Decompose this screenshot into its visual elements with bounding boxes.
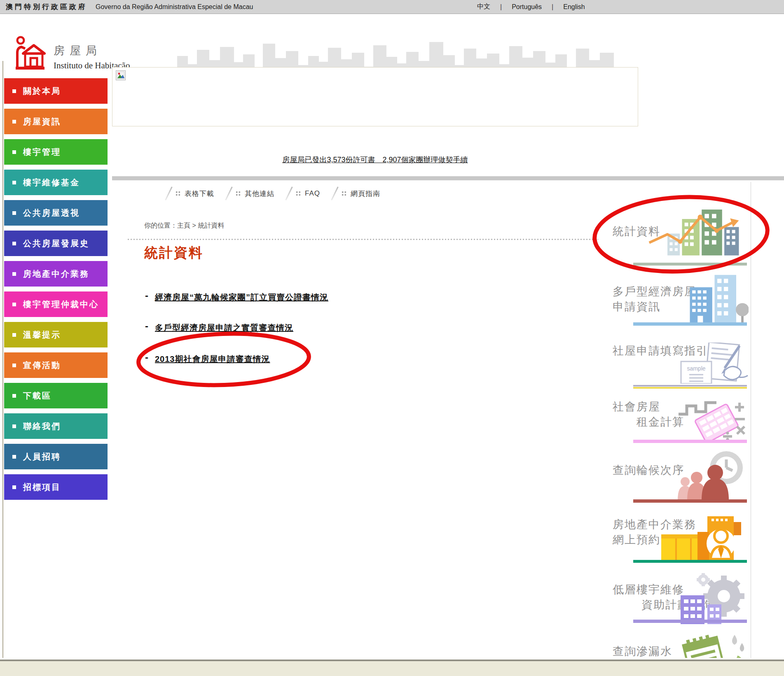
banner-box bbox=[112, 67, 638, 126]
promo-queue-status[interactable]: 查詢輪候次序 bbox=[613, 449, 749, 503]
sidebar-item-public-housing-overview[interactable]: 公共房屋透視 bbox=[4, 200, 108, 226]
tab-other-links[interactable]: 其他連結 bbox=[228, 186, 274, 201]
lang-divider: | bbox=[500, 3, 502, 11]
slash-divider-icon bbox=[285, 186, 293, 200]
page: 澳門特別行政區政府 Governo da Região Administrati… bbox=[0, 0, 784, 676]
sidebar-item-label: 公共房屋發展史 bbox=[23, 238, 89, 249]
sidebar-item-label: 樓宇管理 bbox=[23, 147, 61, 158]
breadcrumb-current: 統計資料 bbox=[198, 222, 224, 229]
bottom-window-strip bbox=[0, 658, 784, 676]
page-title: 統計資料 bbox=[144, 244, 204, 262]
promo-statistics[interactable]: 統計資料 bbox=[613, 201, 749, 266]
bullet-square-icon bbox=[12, 455, 16, 459]
sidebar-item-label: 樓宇管理仲裁中心 bbox=[23, 299, 99, 310]
breadcrumb-home-link[interactable]: 主頁 bbox=[177, 222, 190, 229]
sidebar-item-friendly-tips[interactable]: 溫馨提示 bbox=[4, 322, 108, 347]
promo-label: 申請資訊 bbox=[613, 299, 696, 315]
slash-divider-icon bbox=[225, 186, 232, 200]
promo-building-repair-subsidy[interactable]: 低層樓宇維修 資助計劃查詢 bbox=[613, 572, 749, 623]
sidebar-item-label: 樓宇維修基金 bbox=[23, 177, 80, 188]
double-colon-icon bbox=[342, 191, 346, 196]
sidebar-item-label: 下載區 bbox=[23, 390, 51, 401]
main-navigation-sidebar: 關於本局 房屋資訊 樓宇管理 樓宇維修基金 公共房屋透視 公共房屋發展史 房地產… bbox=[4, 78, 108, 505]
secondary-nav-tabs: 表格下載 其他連結 FAQ 網頁指南 bbox=[168, 185, 380, 202]
gov-title-zh: 澳門特別行政區政府 bbox=[6, 2, 87, 12]
bullet-square-icon bbox=[12, 485, 16, 489]
sidebar-item-recruitment[interactable]: 人員招聘 bbox=[4, 444, 108, 469]
sidebar-item-public-housing-history[interactable]: 公共房屋發展史 bbox=[4, 231, 108, 256]
slash-divider-icon bbox=[165, 186, 172, 200]
sidebar-item-housing-info[interactable]: 房屋資訊 bbox=[4, 109, 108, 134]
bullet-square-icon bbox=[12, 120, 16, 124]
tab-site-guide[interactable]: 網頁指南 bbox=[334, 186, 380, 201]
lang-english-link[interactable]: English bbox=[563, 3, 585, 11]
dash-bullet: - bbox=[145, 290, 148, 301]
promo-label: 社會房屋 bbox=[613, 399, 684, 415]
bullet-square-icon bbox=[12, 211, 16, 215]
sidebar-item-label: 溫馨提示 bbox=[23, 329, 61, 340]
bullet-square-icon bbox=[12, 89, 16, 93]
notice-marquee: 房屋局已發出3,573份許可書 2,907個家團辦理做契手續 bbox=[112, 155, 638, 165]
bullet-square-icon bbox=[12, 333, 16, 337]
list-item: - 多戶型經濟房屋申請之實質審查情況 bbox=[145, 321, 293, 334]
bullet-square-icon bbox=[12, 424, 16, 428]
sidebar-item-label: 關於本局 bbox=[23, 86, 61, 97]
promo-underline-bar-yellow bbox=[633, 387, 747, 389]
dotted-separator bbox=[128, 239, 598, 240]
right-column-divider bbox=[751, 182, 751, 659]
sidebar-item-label: 房屋資訊 bbox=[23, 116, 61, 127]
sidebar-item-arbitration-centre[interactable]: 樓宇管理仲裁中心 bbox=[4, 291, 108, 317]
sidebar-item-downloads[interactable]: 下載區 bbox=[4, 383, 108, 408]
lang-chinese-link[interactable]: 中文 bbox=[477, 2, 490, 11]
bullet-square-icon bbox=[12, 150, 16, 154]
dash-bullet: - bbox=[145, 352, 148, 363]
sidebar-item-real-estate-agency[interactable]: 房地產中介業務 bbox=[4, 261, 108, 287]
link-multi-family-review[interactable]: 多戶型經濟房屋申請之實質審查情況 bbox=[155, 322, 293, 333]
calculator-icon bbox=[677, 394, 748, 440]
site-header: 房屋局 Instituto de Habitação bbox=[0, 14, 784, 61]
tab-label: 網頁指南 bbox=[351, 189, 380, 198]
gov-title-pt: Governo da Região Administrativa Especia… bbox=[96, 3, 253, 11]
promo-underline-bar bbox=[633, 560, 747, 563]
bullet-square-icon bbox=[12, 364, 16, 367]
sidebar-item-about-bureau[interactable]: 關於本局 bbox=[4, 78, 108, 104]
bullet-square-icon bbox=[12, 272, 16, 276]
promo-social-housing-rent-calculator[interactable]: 社會房屋 租金計算 bbox=[613, 394, 749, 443]
permit-notice-link[interactable]: 房屋局已發出3,573份許可書 2,907個家團辦理做契手續 bbox=[282, 156, 468, 164]
sidebar-item-label: 人員招聘 bbox=[23, 451, 61, 462]
stats-buildings-chart-icon bbox=[646, 202, 740, 258]
bullet-square-icon bbox=[12, 394, 16, 398]
horizontal-divider-bar bbox=[112, 176, 784, 180]
bureau-name-zh: 房屋局 bbox=[54, 43, 130, 58]
page-left-border bbox=[2, 61, 3, 659]
sidebar-item-repair-fund[interactable]: 樓宇維修基金 bbox=[4, 170, 108, 195]
promo-social-housing-form-guide[interactable]: 社屋申請填寫指引 sample bbox=[613, 343, 749, 390]
top-government-bar: 澳門特別行政區政府 Governo da Região Administrati… bbox=[0, 0, 784, 14]
sidebar-item-tenders[interactable]: 招標項目 bbox=[4, 474, 108, 500]
breadcrumb: 你的位置：主頁 > 統計資料 bbox=[144, 221, 224, 230]
dash-bullet: - bbox=[145, 320, 148, 332]
promo-agency-online-booking[interactable]: 房地產中介業務 網上預約 bbox=[613, 509, 749, 563]
promo-underline-bar bbox=[633, 322, 747, 326]
promo-underline-bar bbox=[633, 263, 747, 266]
sidebar-item-building-management[interactable]: 樓宇管理 bbox=[4, 139, 108, 165]
bullet-square-icon bbox=[12, 303, 16, 306]
lang-portuguese-link[interactable]: Português bbox=[512, 3, 542, 11]
promo-label: 租金計算 bbox=[613, 415, 684, 430]
sidebar-item-promotions[interactable]: 宣傳活動 bbox=[4, 352, 108, 378]
promo-underline-bar bbox=[633, 499, 747, 503]
tab-form-downloads[interactable]: 表格下載 bbox=[168, 186, 214, 201]
sidebar-item-label: 聯絡我們 bbox=[23, 421, 61, 432]
promo-underline-bar bbox=[633, 440, 747, 443]
tab-faq[interactable]: FAQ bbox=[288, 186, 320, 201]
double-colon-icon bbox=[236, 191, 241, 196]
link-2013-social-housing-review[interactable]: 2013期社會房屋申請審查情況 bbox=[155, 354, 270, 365]
promo-underline-bar bbox=[633, 385, 747, 387]
promo-multi-family-application-info[interactable]: 多戶型經濟房屋 申請資訊 bbox=[613, 273, 749, 326]
link-economic-housing-deeds[interactable]: 經濟房屋“萬九輪候家團”訂立買賣公證書情況 bbox=[155, 292, 328, 303]
breadcrumb-separator: > bbox=[192, 222, 196, 229]
sidebar-item-contact-us[interactable]: 聯絡我們 bbox=[4, 413, 108, 439]
bureau-logo[interactable]: 房屋局 Instituto de Habitação bbox=[15, 35, 130, 71]
sample-text: sample bbox=[687, 365, 705, 372]
apartment-buildings-icon bbox=[687, 273, 749, 323]
